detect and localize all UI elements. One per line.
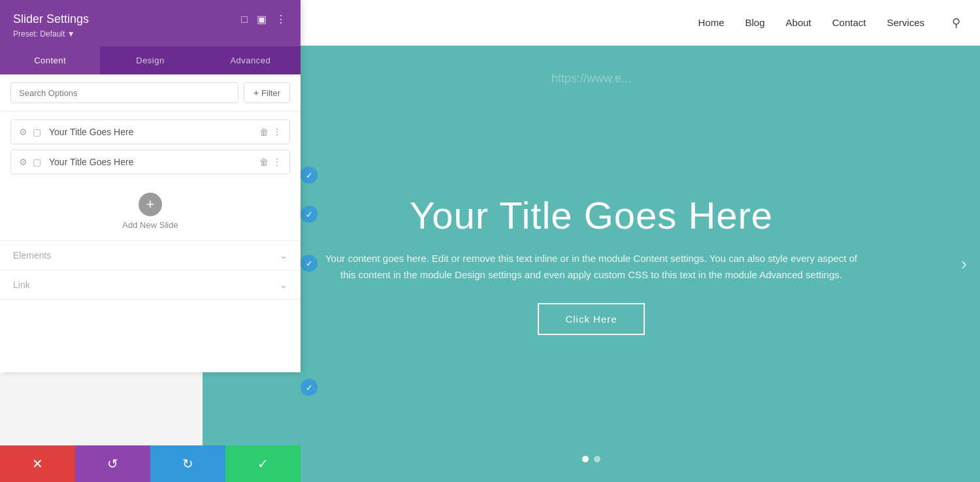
slider-dots — [582, 456, 600, 462]
link-chevron-icon: ⌄ — [280, 280, 287, 290]
slides-list: ⚙ ▢ Your Title Goes Here 🗑 ⋮ ⚙ ▢ Your Ti… — [0, 112, 301, 182]
tab-content[interactable]: Content — [0, 46, 100, 74]
edit-dot-4[interactable]: ✓ — [301, 379, 318, 396]
slide-label-2: Your Title Goes Here — [49, 157, 259, 167]
slider-url-watermark: https://www.e... — [203, 72, 980, 86]
slider-content: Your Title Goes Here Your content goes h… — [297, 167, 885, 361]
nav-contact[interactable]: Contact — [832, 17, 866, 28]
cancel-button[interactable]: ✕ — [0, 445, 75, 482]
panel-search-area: + Filter — [0, 74, 301, 112]
slide-copy-icon-1[interactable]: ▢ — [33, 127, 41, 137]
slide-label-1: Your Title Goes Here — [49, 127, 259, 137]
slide-more-icon-2[interactable]: ⋮ — [272, 157, 282, 167]
slider-click-here-button[interactable]: Click Here — [538, 303, 644, 335]
add-slide-area: + Add New Slide — [0, 182, 301, 241]
redo-button[interactable]: ↻ — [150, 445, 225, 482]
edit-dot-2[interactable]: ✓ — [301, 206, 318, 223]
nav-about[interactable]: About — [786, 17, 811, 28]
panel-preset[interactable]: Preset: Default ▼ — [13, 29, 287, 39]
bottom-action-bar: ✕ ↺ ↻ ✓ — [0, 445, 301, 482]
slide-actions-2: 🗑 ⋮ — [259, 157, 282, 167]
more-options-icon[interactable]: ⋮ — [274, 12, 287, 27]
filter-label: Filter — [261, 88, 280, 98]
tab-design[interactable]: Design — [100, 46, 200, 74]
elements-label: Elements — [13, 250, 51, 261]
slide-gear-icon-1[interactable]: ⚙ — [19, 127, 27, 137]
slider-area: https://www.e... ✓ ✓ ✓ ✓ Your Title Goes… — [203, 46, 980, 482]
filter-button[interactable]: + Filter — [244, 82, 290, 103]
slide-delete-icon-2[interactable]: 🗑 — [259, 157, 269, 167]
elements-chevron-icon: ⌄ — [280, 250, 287, 261]
slide-item-1: ⚙ ▢ Your Title Goes Here 🗑 ⋮ — [10, 120, 290, 144]
tab-advanced[interactable]: Advanced — [201, 46, 301, 74]
grid-icon[interactable]: ▣ — [255, 12, 268, 27]
edit-dot-3[interactable]: ✓ — [301, 255, 318, 272]
slider-next-arrow[interactable]: › — [961, 253, 967, 274]
slide-item-1-icons: ⚙ ▢ — [19, 127, 41, 137]
slider-title: Your Title Goes Here — [323, 193, 859, 237]
filter-plus-icon: + — [253, 88, 259, 98]
search-options-input[interactable] — [10, 82, 238, 103]
edit-dot-1[interactable]: ✓ — [301, 167, 318, 184]
nav-blog[interactable]: Blog — [745, 17, 765, 28]
slide-item-2-icons: ⚙ ▢ — [19, 157, 41, 167]
add-slide-button[interactable]: + — [139, 193, 162, 216]
slider-body: Your content goes here. Edit or remove t… — [323, 250, 859, 283]
panel-title: Slider Settings — [13, 12, 89, 26]
link-section[interactable]: Link ⌄ — [0, 270, 301, 300]
nav-links: Home Blog About Contact Services ⚲ — [698, 16, 960, 30]
elements-section[interactable]: Elements ⌄ — [0, 241, 301, 270]
undo-button[interactable]: ↺ — [75, 445, 150, 482]
slide-gear-icon-2[interactable]: ⚙ — [19, 157, 27, 167]
panel-header: Slider Settings □ ▣ ⋮ Preset: Default ▼ — [0, 0, 301, 46]
search-icon[interactable]: ⚲ — [952, 16, 960, 30]
save-button[interactable]: ✓ — [225, 445, 301, 482]
expand-icon[interactable]: □ — [240, 12, 249, 27]
slide-more-icon-1[interactable]: ⋮ — [272, 127, 282, 137]
panel-header-icons: □ ▣ ⋮ — [240, 12, 287, 27]
nav-services[interactable]: Services — [887, 17, 924, 28]
slide-copy-icon-2[interactable]: ▢ — [33, 157, 41, 167]
slider-settings-panel: Slider Settings □ ▣ ⋮ Preset: Default ▼ … — [0, 0, 301, 372]
slide-actions-1: 🗑 ⋮ — [259, 127, 282, 137]
add-slide-label: Add New Slide — [122, 220, 178, 230]
slider-dot-1[interactable] — [582, 456, 589, 462]
slider-dot-2[interactable] — [594, 456, 600, 462]
slide-delete-icon-1[interactable]: 🗑 — [259, 127, 269, 137]
nav-home[interactable]: Home — [698, 17, 725, 28]
panel-tabs: Content Design Advanced — [0, 46, 301, 74]
slide-item-2: ⚙ ▢ Your Title Goes Here 🗑 ⋮ — [10, 150, 290, 174]
link-label: Link — [13, 280, 30, 290]
